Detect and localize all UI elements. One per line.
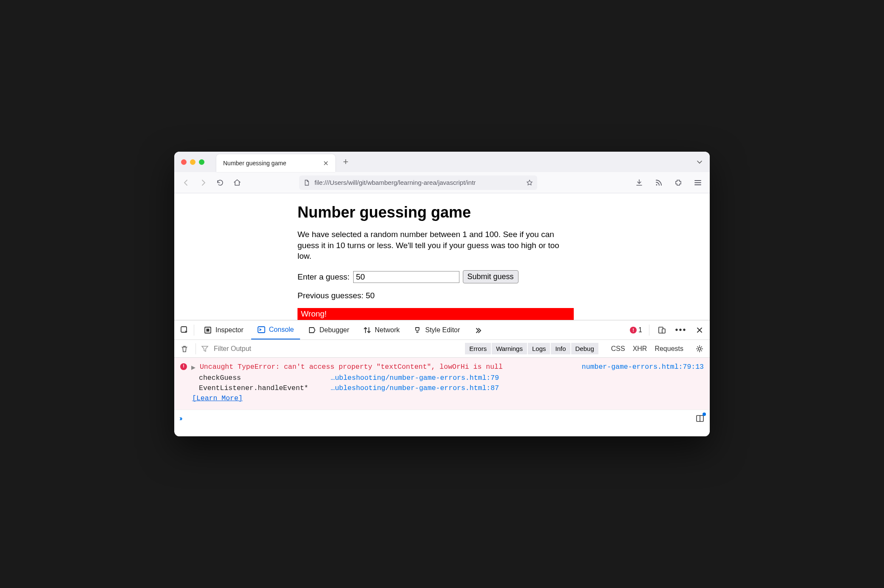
- traffic-lights: [181, 159, 204, 165]
- svg-point-7: [698, 348, 701, 350]
- file-icon: [303, 179, 310, 186]
- navigation-toolbar: file:///Users/will/git/wbamberg/learning…: [174, 172, 710, 193]
- error-source-link[interactable]: number-game-errors.html:79:13: [582, 362, 704, 372]
- tab-close-button[interactable]: ✕: [323, 159, 329, 167]
- forward-button[interactable]: [197, 177, 209, 189]
- pill-debug[interactable]: Debug: [571, 343, 598, 354]
- stack-frame: checkGuess …ubleshooting/number-game-err…: [199, 373, 704, 383]
- tab-network[interactable]: Network: [357, 320, 406, 339]
- page-viewport: Number guessing game We have selected a …: [174, 193, 710, 320]
- app-menu-button[interactable]: [692, 177, 704, 189]
- tab-inspector[interactable]: Inspector: [198, 320, 249, 339]
- window-maximize-button[interactable]: [199, 159, 204, 165]
- extensions-button[interactable]: [672, 177, 684, 189]
- downloads-button[interactable]: [633, 177, 645, 189]
- filter-xhr[interactable]: XHR: [633, 345, 647, 353]
- new-tab-button[interactable]: +: [343, 156, 348, 167]
- result-banner: Wrong!: [298, 308, 574, 320]
- devtools-tab-bar: Inspector Console Debugger Network Style…: [174, 320, 710, 340]
- stack-source-link[interactable]: …ubleshooting/number-game-errors.html:87: [331, 383, 499, 393]
- svg-point-0: [656, 184, 657, 185]
- stack-frame: EventListener.handleEvent* …ubleshooting…: [199, 383, 704, 393]
- tab-overflow-button[interactable]: [696, 158, 703, 165]
- console-settings-icon[interactable]: [694, 343, 706, 355]
- disclosure-triangle[interactable]: ▶: [191, 363, 196, 373]
- home-button[interactable]: [231, 177, 243, 189]
- element-picker-icon[interactable]: [178, 324, 190, 336]
- stack-source-link[interactable]: …ubleshooting/number-game-errors.html:79: [331, 373, 499, 383]
- url-bar[interactable]: file:///Users/will/git/wbamberg/learning…: [299, 175, 537, 190]
- window-close-button[interactable]: [181, 159, 187, 165]
- error-count-badge[interactable]: ! 1: [630, 326, 642, 334]
- svg-rect-6: [662, 329, 665, 333]
- console-toolbar: Errors Warnings Logs Info Debug CSS XHR …: [174, 340, 710, 358]
- bookmark-star-icon[interactable]: [526, 179, 533, 186]
- devtools-close-button[interactable]: [694, 324, 706, 336]
- pill-errors[interactable]: Errors: [465, 343, 491, 354]
- page-description: We have selected a random number between…: [298, 229, 574, 262]
- stack-trace: checkGuess …ubleshooting/number-game-err…: [199, 373, 704, 393]
- tab-style-editor[interactable]: Style Editor: [407, 320, 466, 339]
- filter-icon: [201, 345, 209, 353]
- pill-warnings[interactable]: Warnings: [492, 343, 527, 354]
- tab-title: Number guessing game: [223, 160, 286, 167]
- guess-label: Enter a guess:: [298, 272, 350, 282]
- feed-icon[interactable]: [653, 177, 665, 189]
- error-icon: !: [180, 363, 187, 370]
- tab-console[interactable]: Console: [251, 320, 300, 339]
- guess-form: Enter a guess: Submit guess: [298, 270, 574, 283]
- console-input[interactable]: ››: [174, 410, 710, 427]
- window-minimize-button[interactable]: [190, 159, 196, 165]
- tab-debugger[interactable]: Debugger: [302, 320, 355, 339]
- responsive-mode-icon[interactable]: [656, 324, 668, 336]
- filter-pills: Errors Warnings Logs Info Debug: [465, 343, 598, 354]
- title-bar: Number guessing game ✕ +: [174, 152, 710, 172]
- back-button[interactable]: [180, 177, 192, 189]
- error-icon: !: [630, 327, 637, 334]
- previous-guesses: Previous guesses: 50: [298, 291, 574, 300]
- browser-tab[interactable]: Number guessing game ✕: [216, 154, 335, 172]
- console-prompt-icon: ››: [179, 415, 181, 422]
- page-heading: Number guessing game: [298, 204, 574, 221]
- filter-requests[interactable]: Requests: [654, 345, 683, 353]
- url-text: file:///Users/will/git/wbamberg/learning…: [314, 179, 522, 186]
- guess-input[interactable]: [353, 271, 459, 283]
- pill-logs[interactable]: Logs: [528, 343, 550, 354]
- tab-overflow[interactable]: [468, 320, 488, 339]
- filter-input[interactable]: [214, 345, 299, 353]
- reload-button[interactable]: [214, 177, 226, 189]
- devtools-panel: Inspector Console Debugger Network Style…: [174, 320, 710, 427]
- pill-info[interactable]: Info: [551, 343, 570, 354]
- clear-console-icon[interactable]: [178, 343, 190, 355]
- filter-css[interactable]: CSS: [611, 345, 625, 353]
- split-console-icon[interactable]: [695, 414, 705, 423]
- learn-more-link[interactable]: [Learn More]: [192, 393, 704, 404]
- submit-guess-button[interactable]: Submit guess: [463, 270, 518, 283]
- console-output: ! ▶ Uncaught TypeError: can't access pro…: [174, 358, 710, 410]
- devtools-menu-icon[interactable]: •••: [675, 324, 687, 336]
- error-message: Uncaught TypeError: can't access propert…: [200, 362, 578, 372]
- browser-window: Number guessing game ✕ + file:///Users/w…: [174, 152, 710, 436]
- svg-rect-3: [207, 328, 210, 331]
